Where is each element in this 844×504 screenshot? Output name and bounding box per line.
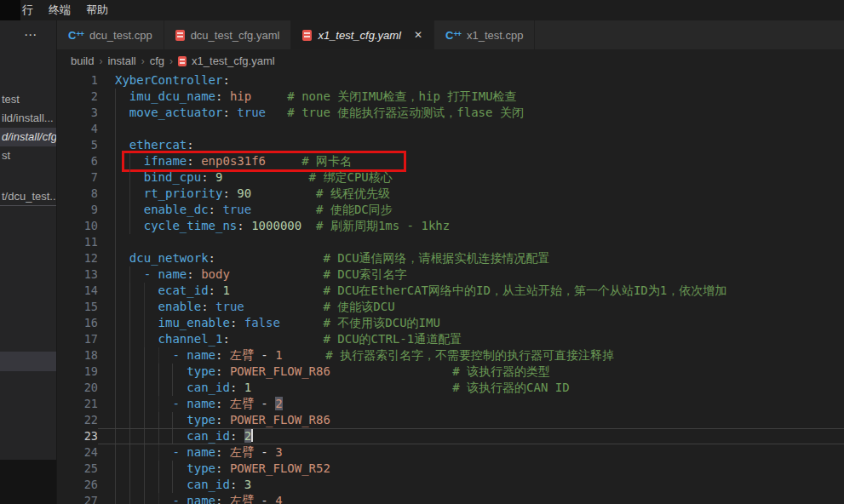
line-content [98,234,844,250]
breadcrumb-separator-icon: › [141,55,145,67]
tab-label: dcu_test_cfg.yaml [191,29,280,42]
line-content: imu_dcu_name: hip # none 关闭IMU检查，hip 打开I… [98,89,844,105]
tab-label: dcu_test.cpp [89,29,152,42]
main-row: testild/install...d/install/cfgstt/dcu_t… [0,49,844,504]
code-line[interactable]: 12 dcu_network: # DCU通信网络，请根据实机连接情况配置 [57,250,844,266]
line-number: 1 [57,72,98,89]
sidebar-bottom-panel [0,460,56,504]
tab-dcu_test.cpp[interactable]: C++dcu_test.cpp [57,20,164,49]
tab-x1_test.cpp[interactable]: C++x1_test.cpp [434,20,535,49]
code-line[interactable]: 18 - name: 左臂 - 1 # 执行器索引名字，不需要控制的执行器可直接… [57,347,844,364]
breadcrumb-item[interactable]: cfg [150,54,164,67]
line-number: 4 [57,121,98,137]
cpp-file-icon: C++ [68,29,83,42]
line-content: can_id: 3 [98,477,844,493]
top-strip: ⋯ C++dcu_test.cppdcu_test_cfg.yamlx1_tes… [0,20,844,49]
code-area[interactable]: 1XyberController:2 imu_dcu_name: hip # n… [57,72,844,504]
vscode-window: 行终端帮助 ⋯ C++dcu_test.cppdcu_test_cfg.yaml… [0,0,844,504]
sidebar-item[interactable]: t/dcu_test... [0,187,56,206]
code-line[interactable]: 9 enable_dc: true # 使能DC同步 [57,202,844,218]
menu-items: 行终端帮助 [20,0,116,20]
menu-bar: 行终端帮助 [0,0,844,20]
yaml-file-icon [178,56,187,66]
code-line[interactable]: 22 type: POWER_FLOW_R86 [57,412,844,428]
line-number: 15 [57,299,98,315]
line-content: can_id: 2 [98,428,844,444]
yaml-file-icon [175,30,185,41]
breadcrumb-separator-icon: › [99,55,102,67]
code-line[interactable]: 1XyberController: [57,72,844,89]
line-content: imu_enable: false # 不使用该DCU的IMU [98,315,844,331]
menu-item-0[interactable]: 行 [20,3,41,16]
sidebar-item[interactable]: test [0,90,56,109]
code-line[interactable]: 26 can_id: 3 [57,477,844,493]
yaml-file-icon [302,30,312,41]
code-line[interactable]: 4 [57,121,844,137]
line-content: enable: true # 使能该DCU [98,299,844,315]
menu-item-1[interactable]: 终端 [41,3,78,16]
line-number: 12 [57,250,98,266]
code-line[interactable]: 2 imu_dcu_name: hip # none 关闭IMU检查，hip 打… [57,89,844,105]
line-content: type: POWER_FLOW_R86 [98,412,844,428]
close-tab-icon[interactable]: ✕ [414,29,422,41]
more-actions-icon[interactable]: ⋯ [0,27,37,43]
cpp-file-icon: C++ [445,29,461,42]
code-line[interactable]: 16 imu_enable: false # 不使用该DCU的IMU [57,315,844,331]
tab-x1_test_cfg.yaml[interactable]: x1_test_cfg.yaml✕ [291,20,434,49]
sidebar-item[interactable]: st [0,146,56,165]
line-content: - name: 左臂 - 4 [98,493,844,504]
code-line[interactable]: 5 ethercat: [57,137,844,153]
line-number: 26 [57,477,98,493]
line-content: type: POWER_FLOW_R86 # 该执行器的类型 [98,364,844,380]
line-number: 5 [57,137,98,153]
line-number: 2 [57,89,98,105]
sidebar-item[interactable]: d/install/cfg [0,128,56,146]
line-content: - name: 左臂 - 2 [98,396,844,412]
breadcrumb-item[interactable]: install [107,54,135,67]
code-line[interactable]: 8 rt_priority: 90 # 线程优先级 [57,186,844,202]
tab-label: x1_test.cpp [467,29,524,42]
line-content: - name: 左臂 - 1 # 执行器索引名字，不需要控制的执行器可直接注释掉 [98,347,844,364]
line-content: enable_dc: true # 使能DC同步 [98,202,844,218]
line-content: can_id: 1 # 该执行器的CAN ID [98,380,844,396]
code-line[interactable]: 17 channel_1: # DCU的CTRL-1通道配置 [57,331,844,347]
code-line[interactable]: 25 type: POWER_FLOW_R52 [57,461,844,477]
line-content: type: POWER_FLOW_R52 [98,461,844,477]
code-line[interactable]: 13 - name: body # DCU索引名字 [57,266,844,283]
text-cursor [251,429,253,442]
code-line[interactable]: 10 cycle_time_ns: 1000000 # 刷新周期1ms - 1k… [57,218,844,234]
code-line[interactable]: 7 bind_cpu: 9 # 绑定CPU核心 [57,169,844,186]
sidebar-item[interactable]: ild/install... [0,109,56,128]
line-content: move_actuator: true # true 使能执行器运动测试，fla… [98,105,844,121]
line-number: 18 [57,347,98,364]
code-line[interactable]: 3 move_actuator: true # true 使能执行器运动测试，f… [57,105,844,121]
breadcrumb-file[interactable]: x1_test_cfg.yaml [192,54,275,67]
code-line[interactable]: 23 can_id: 2 [57,428,844,444]
line-number: 14 [57,283,98,299]
tab-dcu_test_cfg.yaml[interactable]: dcu_test_cfg.yaml [164,20,292,49]
line-number: 16 [57,315,98,331]
sidebar-header: ⋯ [0,20,57,49]
code-line[interactable]: 21 - name: 左臂 - 2 [57,396,844,412]
line-number: 10 [57,218,98,234]
line-content: dcu_network: # DCU通信网络，请根据实机连接情况配置 [98,250,844,266]
code-line[interactable]: 27 - name: 左臂 - 4 [57,493,844,504]
line-number: 13 [57,266,98,283]
line-number: 22 [57,412,98,428]
code-line[interactable]: 24 - name: 左臂 - 3 [57,444,844,461]
code-line[interactable]: 14 ecat_id: 1 # DCU在EtherCAT网络中的ID，从主站开始… [57,283,844,299]
code-line[interactable]: 15 enable: true # 使能该DCU [57,299,844,315]
sidebar-highlight-row[interactable] [0,352,56,371]
code-line[interactable]: 20 can_id: 1 # 该执行器的CAN ID [57,380,844,396]
line-content: ethercat: [98,137,844,153]
code-line[interactable]: 6 ifname: enp0s31f6 # 网卡名 [57,153,844,169]
line-number: 8 [57,186,98,202]
sidebar-items: testild/install...d/install/cfgstt/dcu_t… [0,49,56,206]
line-number: 21 [57,396,98,412]
code-line[interactable]: 19 type: POWER_FLOW_R86 # 该执行器的类型 [57,364,844,380]
breadcrumb: build›install›cfg›x1_test_cfg.yaml [57,49,844,72]
breadcrumb-item[interactable]: build [71,54,94,67]
line-number: 6 [57,153,98,169]
menu-item-2[interactable]: 帮助 [78,3,116,16]
code-line[interactable]: 11 [57,234,844,250]
